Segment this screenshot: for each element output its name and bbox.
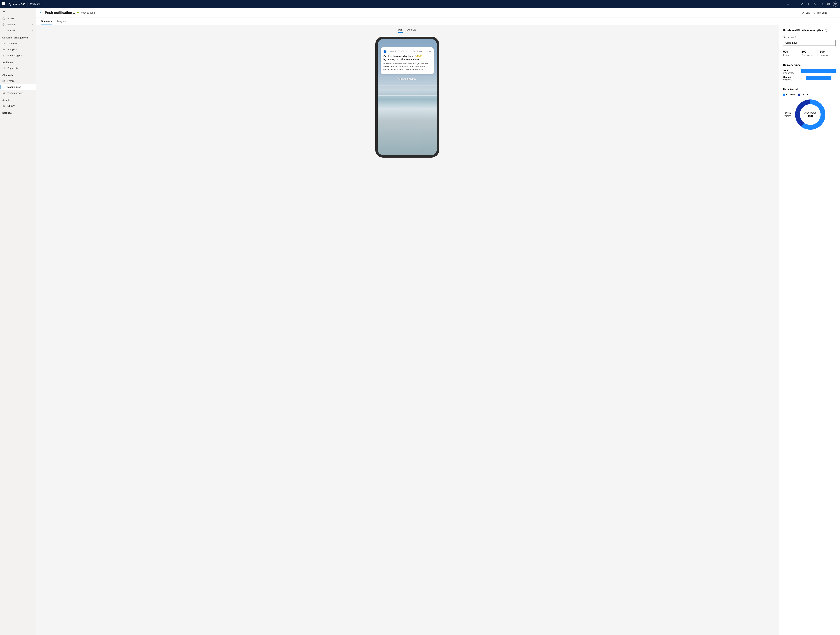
sidebar-item-emails[interactable]: Emails [0, 78, 36, 84]
svg-point-2 [794, 3, 796, 5]
funnel-bar [801, 69, 835, 73]
filter-icon[interactable] [812, 1, 818, 7]
notification-title-line2: by moving to Office 365 account [384, 58, 431, 61]
stat-label: Processing [802, 54, 816, 56]
product-name: Dynamics 365 [8, 3, 25, 6]
nav-label: Home [7, 17, 14, 20]
notification-app-name: UNIVERSITY OF SOUTH FLORIDA [388, 50, 426, 52]
notification-time: now [427, 50, 431, 52]
global-top-bar: Dynamics 365 Marketing MT [0, 0, 840, 8]
donut-center-label: Undelivered [804, 111, 816, 114]
nav-section-header: Settings [0, 109, 36, 115]
funnel-sub: 60 (19%) [783, 78, 801, 81]
page-title: Push notification 1 [45, 11, 75, 14]
filter-label: Show data for [783, 36, 835, 39]
more-actions-icon[interactable]: · · · [829, 11, 836, 14]
stat-inflow: 500Inflow [783, 50, 799, 56]
sidebar-item-mobile-push[interactable]: Mobile push [0, 84, 36, 90]
stat-processing: 200Processing [799, 50, 817, 56]
donut-center: Undelivered 100 [804, 111, 816, 118]
notification-app-icon [384, 50, 387, 53]
help-icon[interactable] [825, 1, 832, 7]
cmd-label: Edit [805, 11, 810, 14]
phone-frame: UNIVERSITY OF SOUTH FLORIDA now Get free… [375, 36, 439, 158]
back-arrow-icon[interactable] [38, 10, 44, 16]
info-icon[interactable]: i [825, 29, 827, 32]
notification-body: Hi David, on't miss the chance to get th… [384, 62, 431, 71]
nav-label: Pinned [7, 29, 15, 32]
status-indicator-icon [77, 12, 79, 13]
nav-section-header: Assets [0, 96, 36, 103]
task-icon[interactable] [792, 1, 798, 7]
device-tabs: iOS Android [398, 28, 416, 33]
add-icon[interactable] [805, 1, 812, 7]
undelivered-title: Undelivered [783, 88, 835, 90]
nav-label: Text messages [7, 92, 23, 95]
sidebar-item-journeys[interactable]: Journeys [0, 40, 36, 46]
user-avatar[interactable]: MT [833, 2, 838, 6]
legend-label: Unsent [801, 93, 808, 96]
donut-side-label-group: Unsent 40 (40%) [783, 112, 792, 117]
donut-side-sub: 40 (40%) [783, 115, 792, 117]
nav-label: Recent [7, 23, 15, 26]
legend-swatch-icon [798, 93, 800, 96]
funnel-label: Sent [783, 69, 801, 71]
main-content: Push notification 1 Ready to send Edit T… [36, 8, 840, 635]
sidebar-item-recent[interactable]: Recent [0, 22, 36, 28]
edit-button[interactable]: Edit [800, 10, 811, 16]
nav-section-header: Audience [0, 58, 36, 65]
lightbulb-icon[interactable] [798, 1, 805, 7]
legend-label: Bounced [786, 93, 795, 96]
svg-rect-21 [3, 105, 4, 107]
collapse-nav-icon[interactable] [1, 9, 7, 16]
sidebar-item-analytics[interactable]: Analytics [0, 46, 36, 52]
chevron-down-icon [31, 30, 33, 32]
nav-section-header: Channels [0, 71, 36, 78]
phone-screen: UNIVERSITY OF SOUTH FLORIDA now Get free… [378, 39, 437, 155]
donut-center-value: 100 [804, 114, 816, 118]
tab-summary[interactable]: Summary [41, 17, 52, 25]
gear-icon[interactable] [818, 1, 825, 7]
sidebar-item-text-messages[interactable]: Text messages [0, 90, 36, 96]
cmd-label: Test send [817, 11, 827, 14]
funnel-row-opened: Opened60 (19%) [783, 76, 835, 81]
svg-rect-15 [4, 49, 5, 50]
svg-point-0 [787, 3, 789, 5]
donut-side-label: Unsent [783, 112, 792, 115]
product-area: Marketing [30, 3, 40, 5]
nav-label: Library [7, 104, 14, 107]
sidebar-item-library[interactable]: Library [0, 103, 36, 109]
page-tabs: Summary Analytics [36, 17, 840, 25]
funnel-label: Opened [783, 76, 801, 78]
stat-label: Inflow [783, 54, 798, 56]
svg-rect-17 [3, 80, 5, 82]
nav-label: Event triggers [7, 54, 22, 57]
tab-analytics[interactable]: Analytics [57, 17, 66, 25]
journey-filter-select[interactable]: All journeys [783, 40, 835, 46]
status-text: Ready to send [80, 11, 95, 14]
sidebar-item-home[interactable]: Home [0, 16, 36, 22]
sidebar-item-pinned[interactable]: Pinned [0, 28, 36, 33]
sidebar-item-segments[interactable]: Segments [0, 65, 36, 71]
app-launcher-icon[interactable] [2, 2, 5, 6]
notification-card[interactable]: UNIVERSITY OF SOUTH FLORIDA now Get free… [381, 47, 434, 74]
legend-swatch-icon [783, 93, 785, 96]
search-icon[interactable] [785, 1, 792, 7]
device-tab-ios[interactable]: iOS [398, 28, 403, 33]
test-send-button[interactable]: Test send [811, 10, 829, 16]
svg-rect-20 [3, 105, 3, 107]
panel-title: Push notification analytics [783, 28, 824, 32]
chevron-down-icon [31, 24, 33, 25]
chevron-down-icon [832, 42, 834, 44]
collapse-hint[interactable]: Click to collapse [378, 77, 437, 80]
notification-title-line1: Get free taco tuesday lunch ! 🌮🌮 [384, 54, 431, 58]
nav-label: Emails [7, 80, 14, 82]
left-navigation: Home Recent Pinned Customer engagement J… [0, 8, 36, 635]
device-tab-android[interactable]: Android [407, 28, 416, 33]
funnel-title: Delivery funnel [783, 63, 835, 66]
funnel-bar [806, 76, 831, 80]
page-header: Push notification 1 Ready to send Edit T… [36, 8, 840, 17]
select-value: All journeys [785, 41, 797, 44]
svg-line-1 [789, 5, 789, 5]
sidebar-item-event-triggers[interactable]: Event triggers [0, 52, 36, 58]
